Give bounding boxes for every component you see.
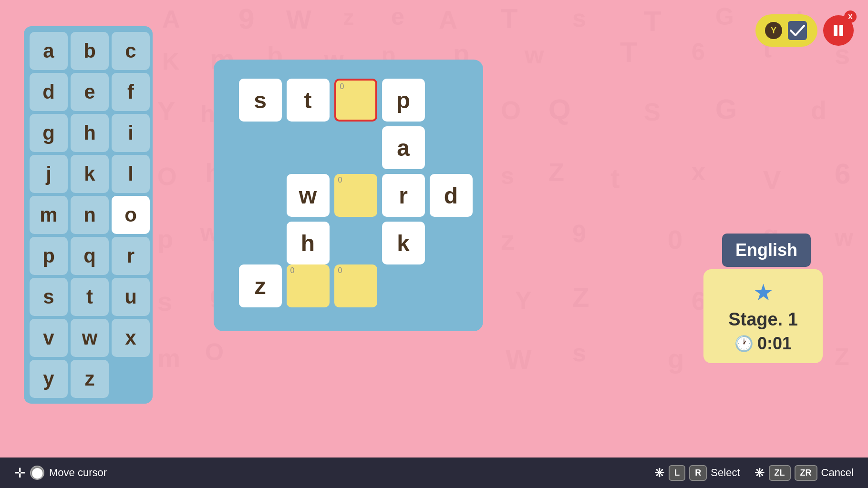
pause-button[interactable]: X xyxy=(823,15,854,46)
tile-z[interactable]: z xyxy=(239,264,282,307)
tile-a[interactable]: a xyxy=(382,126,425,169)
alpha-cell-o[interactable]: o xyxy=(112,196,150,234)
zl-button[interactable]: ZL xyxy=(769,465,791,481)
main-content: abcdefghijklmnopqrstuvwxyz s t 0 p a w 0… xyxy=(0,0,868,488)
alpha-cell-p[interactable]: p xyxy=(30,237,68,275)
move-cursor-control: ✛ ⬤ Move cursor xyxy=(14,465,107,481)
r-button[interactable]: R xyxy=(689,465,707,481)
alpha-cell-q[interactable]: q xyxy=(71,237,109,275)
language-badge: English xyxy=(722,234,811,267)
alpha-cell-k[interactable]: k xyxy=(71,155,109,193)
svg-rect-1 xyxy=(834,25,837,36)
tile-blank-1[interactable]: 0 xyxy=(334,174,377,217)
alpha-cell-b[interactable]: b xyxy=(71,32,109,70)
svg-rect-2 xyxy=(839,25,843,36)
alpha-cell-g[interactable]: g xyxy=(30,114,68,152)
puzzle-grid: s t 0 p a w 0 r d h k z 0 0 xyxy=(239,79,458,312)
dpad-icon: ✛ xyxy=(14,465,25,481)
zr-button[interactable]: ZR xyxy=(795,465,817,481)
bottom-bar: ✛ ⬤ Move cursor ❋ L R Select ❋ ZL ZR Can… xyxy=(0,458,868,488)
alpha-cell-u[interactable]: u xyxy=(112,278,150,316)
select-control: ❋ L R Select xyxy=(654,465,740,481)
alpha-cell-m[interactable]: m xyxy=(30,196,68,234)
alpha-cell-c[interactable]: c xyxy=(112,32,150,70)
clock-icon: 🕐 xyxy=(734,335,754,353)
alpha-cell-w[interactable]: w xyxy=(71,319,109,357)
top-right-buttons: Y X xyxy=(755,14,854,47)
tile-d[interactable]: d xyxy=(430,174,473,217)
alpha-cell-a[interactable]: a xyxy=(30,32,68,70)
timer-value: 0:01 xyxy=(757,334,792,354)
alpha-cell-t[interactable]: t xyxy=(71,278,109,316)
alpha-cell-f[interactable]: f xyxy=(112,73,150,111)
cancel-label: Cancel xyxy=(821,467,854,479)
stage-title: Stage. 1 xyxy=(718,309,808,330)
alpha-cell-h[interactable]: h xyxy=(71,114,109,152)
tile-h[interactable]: h xyxy=(287,222,330,264)
tile-active[interactable]: 0 xyxy=(334,79,377,122)
y-circle: Y xyxy=(765,22,782,39)
alpha-cell-j[interactable]: j xyxy=(30,155,68,193)
star-icon: ★ xyxy=(718,279,808,305)
tile-blank-3[interactable]: 0 xyxy=(334,264,377,307)
alpha-cell-n[interactable]: n xyxy=(71,196,109,234)
tile-r[interactable]: r xyxy=(382,174,425,217)
stage-panel: ★ Stage. 1 🕐 0:01 xyxy=(703,269,823,363)
circle-icon: ⬤ xyxy=(30,466,44,480)
tile-s[interactable]: s xyxy=(239,79,282,122)
joystick-icon-cancel: ❋ xyxy=(754,466,765,480)
alpha-cell-s[interactable]: s xyxy=(30,278,68,316)
tile-k[interactable]: k xyxy=(382,222,425,264)
cancel-control: ❋ ZL ZR Cancel xyxy=(754,465,854,481)
joystick-icon-select: ❋ xyxy=(654,466,665,480)
alpha-cell-e[interactable]: e xyxy=(71,73,109,111)
pause-icon xyxy=(831,23,846,38)
bottom-right-controls: ❋ L R Select ❋ ZL ZR Cancel xyxy=(654,465,854,481)
tile-p[interactable]: p xyxy=(382,79,425,122)
tile-t[interactable]: t xyxy=(287,79,330,122)
checkmark-icon xyxy=(787,20,808,41)
alpha-cell-z[interactable]: z xyxy=(71,360,109,398)
alpha-cell-l[interactable]: l xyxy=(112,155,150,193)
move-cursor-label: Move cursor xyxy=(49,467,107,479)
l-button[interactable]: L xyxy=(669,465,685,481)
alpha-cell-x[interactable]: x xyxy=(112,319,150,357)
alphabet-panel: abcdefghijklmnopqrstuvwxyz xyxy=(24,26,153,404)
select-label: Select xyxy=(711,467,740,479)
x-label: X xyxy=(844,10,857,23)
tile-w[interactable]: w xyxy=(287,174,330,217)
stage-timer: 🕐 0:01 xyxy=(718,334,808,354)
alpha-cell-d[interactable]: d xyxy=(30,73,68,111)
alpha-cell-y[interactable]: y xyxy=(30,360,68,398)
tile-blank-2[interactable]: 0 xyxy=(287,264,330,307)
alpha-cell-v[interactable]: v xyxy=(30,319,68,357)
alpha-cell-r[interactable]: r xyxy=(112,237,150,275)
language-label: English xyxy=(735,240,797,260)
y-check-button[interactable]: Y xyxy=(755,14,817,47)
game-board: s t 0 p a w 0 r d h k z 0 0 xyxy=(214,60,483,331)
alpha-cell-i[interactable]: i xyxy=(112,114,150,152)
